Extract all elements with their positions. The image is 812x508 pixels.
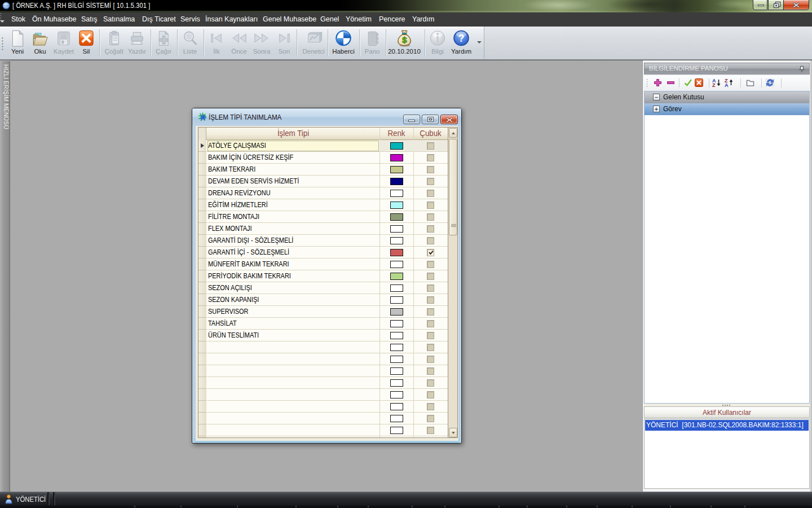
svg-text:A: A <box>725 82 729 87</box>
svg-text:Z: Z <box>712 82 716 87</box>
svg-text:?: ? <box>458 33 465 44</box>
svg-text:$: $ <box>402 35 407 45</box>
